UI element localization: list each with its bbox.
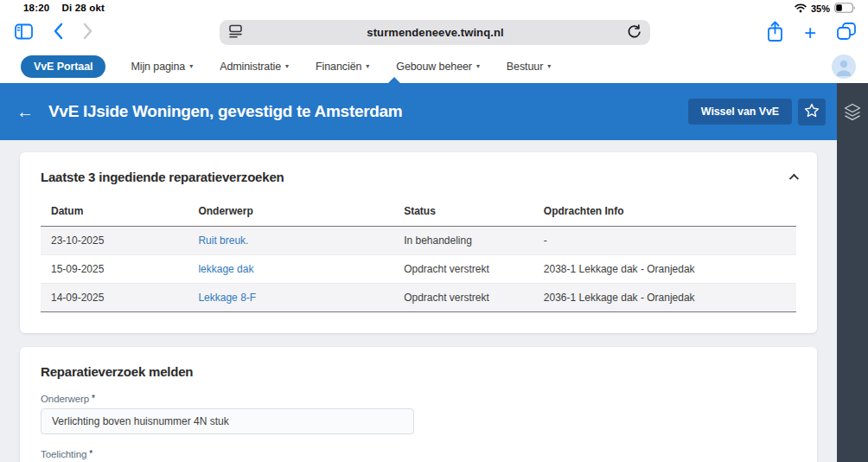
cell-datum: 23-10-2025 bbox=[41, 227, 188, 255]
browser-toolbar: sturmendeneeve.twinq.nl + bbox=[0, 15, 868, 50]
nav-item-label: Administratie bbox=[220, 61, 281, 73]
column-header-opdrachten-info: Opdrachten Info bbox=[533, 197, 796, 227]
layers-icon bbox=[843, 111, 862, 124]
repair-list-title: Laatste 3 ingediende reparatieverzoeken bbox=[41, 170, 284, 184]
tabs-overview-button[interactable] bbox=[836, 22, 857, 43]
nav-item-label: Financiën bbox=[316, 61, 361, 73]
table-header-row: Datum Onderwerp Status Opdrachten Info bbox=[41, 197, 796, 227]
star-icon bbox=[804, 103, 820, 121]
url-bar[interactable]: sturmendeneeve.twinq.nl bbox=[220, 20, 650, 45]
page-title: VvE IJside Woningen, gevestigd te Amster… bbox=[48, 102, 402, 121]
nav-menu: Mijn pagina ▾ Administratie ▾ Financiën … bbox=[131, 61, 551, 73]
repair-request-link[interactable]: Ruit breuk. bbox=[198, 234, 248, 247]
column-header-datum: Datum bbox=[41, 197, 188, 227]
date: Di 28 okt bbox=[61, 3, 105, 13]
sidebar-icon bbox=[15, 23, 33, 42]
description-label-text: Toelichting bbox=[41, 449, 86, 459]
description-label: Toelichting* bbox=[41, 449, 796, 459]
screen: 18:20 Di 28 okt 35% bbox=[0, 0, 868, 462]
chevron-down-icon: ▾ bbox=[547, 63, 551, 70]
new-tab-button[interactable]: + bbox=[804, 24, 816, 42]
table-row: 14-09-2025 Lekkage 8-F Opdracht verstrek… bbox=[41, 284, 796, 312]
side-toolbar bbox=[837, 83, 868, 462]
chevron-down-icon: ▾ bbox=[189, 63, 193, 70]
status-left: 18:20 Di 28 okt bbox=[23, 3, 105, 13]
favorite-button[interactable] bbox=[798, 99, 826, 125]
nav-item-label: Bestuur bbox=[507, 61, 543, 73]
wifi-icon bbox=[795, 3, 807, 15]
clock: 18:20 bbox=[23, 3, 49, 13]
column-header-onderwerp: Onderwerp bbox=[188, 197, 393, 227]
repair-list-header: Laatste 3 ingediende reparatieverzoeken bbox=[41, 170, 796, 184]
subject-field[interactable] bbox=[41, 408, 414, 434]
repair-form-title: Reparatieverzoek melden bbox=[41, 364, 796, 379]
repair-form-card: Reparatieverzoek melden Onderwerp* Toeli… bbox=[20, 347, 817, 462]
repair-request-link[interactable]: Lekkage 8-F bbox=[198, 292, 256, 304]
nav-item-bestuur[interactable]: Bestuur ▾ bbox=[507, 61, 551, 73]
chevron-down-icon: ▾ bbox=[366, 63, 369, 70]
back-button[interactable] bbox=[53, 22, 63, 42]
browser-nav-controls bbox=[15, 22, 93, 42]
required-marker: * bbox=[89, 449, 93, 459]
forward-button[interactable] bbox=[83, 22, 93, 42]
portal-nav: VvE Portaal Mijn pagina ▾ Administratie … bbox=[0, 50, 868, 83]
reload-icon bbox=[627, 24, 641, 42]
wissel-van-vve-button[interactable]: Wissel van VvE bbox=[688, 99, 792, 125]
tabs-icon bbox=[836, 22, 857, 43]
url-text: sturmendeneeve.twinq.nl bbox=[244, 26, 627, 39]
cell-status: Opdracht verstrekt bbox=[393, 255, 533, 284]
cell-opdracht: 2038-1 Lekkage dak - Oranjedak bbox=[533, 255, 796, 284]
cell-datum: 14-09-2025 bbox=[41, 284, 188, 312]
chevron-down-icon: ▾ bbox=[285, 63, 289, 70]
user-icon bbox=[832, 55, 856, 79]
column-header-status: Status bbox=[393, 197, 533, 227]
header-actions: Wissel van VvE bbox=[688, 99, 826, 125]
table-row: 23-10-2025 Ruit breuk. In behandeling - bbox=[41, 227, 796, 255]
status-bar: 18:20 Di 28 okt 35% bbox=[0, 0, 868, 15]
share-button[interactable] bbox=[766, 21, 784, 45]
cell-status: Opdracht verstrekt bbox=[393, 284, 533, 312]
browser-actions: + bbox=[766, 15, 857, 50]
repair-requests-table: Datum Onderwerp Status Opdrachten Info 2… bbox=[41, 197, 796, 312]
nav-item-label: Mijn pagina bbox=[131, 61, 185, 73]
page-header: ← VvE IJside Woningen, gevestigd te Amst… bbox=[0, 83, 837, 140]
page-content: Laatste 3 ingediende reparatieverzoeken … bbox=[0, 140, 837, 462]
chevron-left-icon bbox=[53, 22, 63, 42]
nav-item-administratie[interactable]: Administratie ▾ bbox=[220, 61, 289, 73]
cell-status: In behandeling bbox=[393, 227, 533, 255]
share-icon bbox=[766, 21, 784, 45]
plus-icon: + bbox=[804, 24, 816, 42]
nav-item-gebouw-beheer[interactable]: Gebouw beheer ▾ bbox=[396, 61, 480, 73]
repair-request-link[interactable]: lekkage dak bbox=[198, 263, 253, 275]
nav-item-label: Gebouw beheer bbox=[396, 61, 472, 73]
collapse-chevron-up-icon[interactable] bbox=[789, 173, 799, 183]
nav-item-financien[interactable]: Financiën ▾ bbox=[316, 61, 369, 73]
reader-icon bbox=[228, 24, 244, 41]
battery-icon bbox=[834, 3, 856, 15]
table-row: 15-09-2025 lekkage dak Opdracht verstrek… bbox=[41, 255, 796, 284]
battery-percent: 35% bbox=[811, 3, 830, 14]
repair-list-card: Laatste 3 ingediende reparatieverzoeken … bbox=[20, 152, 817, 333]
subject-label-text: Onderwerp bbox=[41, 394, 89, 404]
layers-button[interactable] bbox=[843, 103, 862, 124]
cell-opdracht: - bbox=[533, 227, 796, 255]
subject-label: Onderwerp* bbox=[41, 394, 796, 404]
status-right: 35% bbox=[795, 3, 856, 15]
reload-button[interactable] bbox=[627, 24, 641, 42]
reader-mode-button[interactable] bbox=[228, 24, 244, 41]
chevron-down-icon: ▾ bbox=[476, 63, 480, 70]
required-marker: * bbox=[92, 394, 95, 403]
brand-button[interactable]: VvE Portaal bbox=[21, 55, 105, 78]
cell-opdracht: 2036-1 Lekkage dak - Oranjedak bbox=[533, 284, 796, 312]
chevron-right-icon bbox=[83, 22, 93, 42]
avatar[interactable] bbox=[832, 55, 856, 79]
cell-datum: 15-09-2025 bbox=[41, 255, 188, 284]
sidebar-toggle-button[interactable] bbox=[15, 23, 33, 42]
back-arrow-icon[interactable]: ← bbox=[16, 103, 34, 120]
nav-item-mijn-pagina[interactable]: Mijn pagina ▾ bbox=[131, 61, 193, 73]
